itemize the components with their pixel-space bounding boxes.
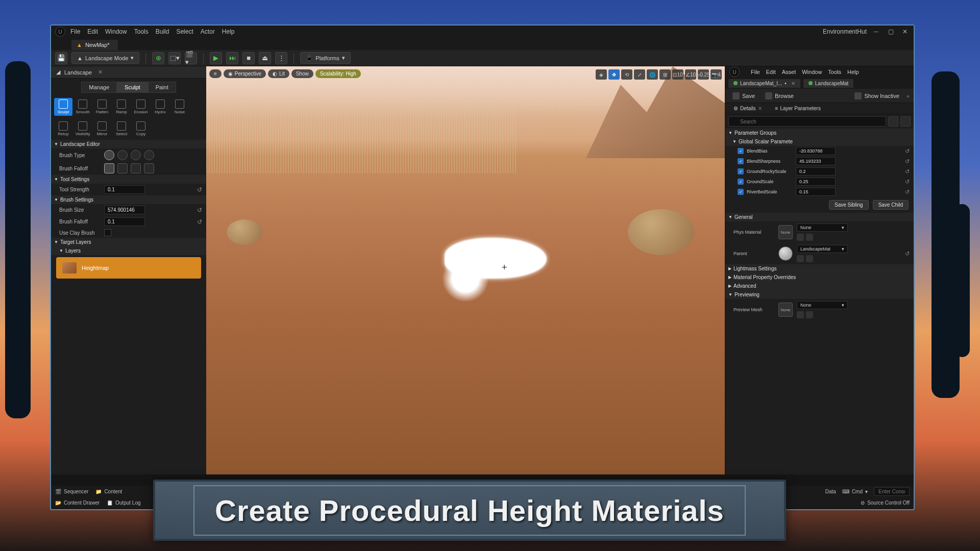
transform-rotate-icon[interactable]: ⟲ <box>621 69 632 80</box>
marketplace-icon[interactable]: ⬚▾ <box>168 52 181 64</box>
camera-speed[interactable]: 📷 4 <box>710 69 722 80</box>
reset-icon[interactable]: ↺ <box>905 148 910 155</box>
filter-icon[interactable] <box>888 116 898 127</box>
param-value-input[interactable] <box>796 188 836 196</box>
reset-icon[interactable]: ↺ <box>905 179 910 185</box>
reset-icon[interactable]: ↺ <box>905 158 910 165</box>
tool-ramp[interactable]: Ramp <box>112 98 131 116</box>
parent-dropdown[interactable]: LandscapeMat▾ <box>797 245 848 253</box>
play-icon[interactable]: ▶ <box>210 52 222 64</box>
mode-sculpt[interactable]: Sculpt <box>117 82 148 93</box>
section-brush-settings[interactable]: ▼Brush Settings <box>51 195 206 204</box>
viewport-scalability[interactable]: Scalability: High <box>315 69 361 78</box>
search-input[interactable] <box>728 116 886 127</box>
brush-pattern-icon[interactable] <box>131 150 141 160</box>
section-advanced[interactable]: ▶Advanced <box>725 282 914 290</box>
coord-space-icon[interactable]: 🌐 <box>647 69 658 80</box>
menu-tools[interactable]: Tools <box>134 28 149 35</box>
browse-to-icon[interactable] <box>806 255 813 262</box>
browse-button[interactable]: Browse <box>762 91 797 101</box>
content-drawer-button[interactable]: 📂 Content Drawer <box>55 500 100 506</box>
cinematics-icon[interactable]: 🎬▾ <box>185 52 197 64</box>
close-icon[interactable]: ✕ <box>758 106 762 111</box>
scale-snap[interactable]: ⟐ 0.25 <box>698 69 709 80</box>
tool-select[interactable]: Select <box>112 120 131 138</box>
menu-build[interactable]: Build <box>156 28 169 35</box>
reset-icon[interactable]: ↺ <box>197 186 202 193</box>
tool-erosion[interactable]: Erosion <box>132 98 150 116</box>
section-target-layers[interactable]: ▼Target Layers <box>51 238 206 246</box>
transform-select-icon[interactable]: ◈ <box>596 69 607 80</box>
subtab-details[interactable]: ⚙ Details✕ <box>728 104 767 113</box>
viewport-show[interactable]: Show <box>291 69 313 78</box>
step-icon[interactable]: ⏭ <box>226 52 238 64</box>
section-tool-settings[interactable]: ▼Tool Settings <box>51 175 206 184</box>
mode-paint[interactable]: Paint <box>148 82 176 93</box>
section-general[interactable]: ▼General <box>725 213 914 221</box>
save-child-button[interactable]: Save Child <box>873 200 909 210</box>
doc-tab-newmap[interactable]: ▲ NewMap* <box>71 40 118 50</box>
viewport-perspective[interactable]: ◉ Perspective <box>224 69 266 78</box>
rmenu-asset[interactable]: Asset <box>782 69 796 75</box>
minimize-icon[interactable]: ─ <box>874 28 881 35</box>
browse-to-icon[interactable] <box>806 311 813 318</box>
rmenu-tools[interactable]: Tools <box>828 69 841 75</box>
tool-retop[interactable]: Retop <box>54 120 72 138</box>
panel-close-icon[interactable]: ✕ <box>98 69 103 76</box>
transform-move-icon[interactable]: ✥ <box>608 69 620 80</box>
tool-mirror[interactable]: Mirror <box>93 120 111 138</box>
menu-window[interactable]: Window <box>105 28 127 35</box>
layer-heightmap[interactable]: Heightmap <box>56 257 201 279</box>
tool-sculpt[interactable]: Sculpt <box>54 98 72 116</box>
mode-selector[interactable]: ▲ Landscape Mode ▾ <box>71 52 139 64</box>
use-icon[interactable] <box>797 311 804 318</box>
browse-to-icon[interactable] <box>806 234 813 241</box>
param-value-input[interactable] <box>796 167 836 176</box>
use-icon[interactable] <box>797 255 804 262</box>
viewport[interactable]: + ≡ ◉ Perspective ◐ Lit Show Scalability… <box>206 66 725 474</box>
tool-visibility[interactable]: Visibility <box>74 120 92 138</box>
param-checkbox[interactable]: ✓ <box>738 168 744 174</box>
param-checkbox[interactable]: ✓ <box>738 179 744 185</box>
close-icon[interactable]: ✕ <box>902 28 910 35</box>
brush-component-icon[interactable] <box>144 150 154 160</box>
expand-icon[interactable]: » <box>906 93 910 99</box>
reset-icon[interactable]: ↺ <box>905 189 910 195</box>
maximize-icon[interactable]: ▢ <box>888 28 895 35</box>
viewport-lit[interactable]: ◐ Lit <box>268 69 289 78</box>
content-button[interactable]: 📁 Content <box>95 489 122 494</box>
menu-edit[interactable]: Edit <box>87 28 98 35</box>
reset-icon[interactable]: ↺ <box>197 218 202 226</box>
rmenu-file[interactable]: File <box>751 69 760 75</box>
viewport-menu-icon[interactable]: ≡ <box>209 69 222 78</box>
console-input[interactable] <box>874 487 910 496</box>
rmenu-edit[interactable]: Edit <box>766 69 776 75</box>
show-inactive-toggle[interactable]: Show Inactive <box>851 91 902 101</box>
save-button[interactable]: Save <box>729 91 758 101</box>
tool-flatten[interactable]: Flatten <box>93 98 111 116</box>
param-checkbox[interactable]: ✓ <box>738 189 744 195</box>
tab-landscapemat[interactable]: LandscapeMat <box>803 79 854 88</box>
save-sibling-button[interactable]: Save Sibling <box>829 200 869 210</box>
mode-manage[interactable]: Manage <box>81 82 117 93</box>
falloff-tip-icon[interactable] <box>144 163 154 173</box>
brush-falloff-input[interactable] <box>104 217 145 226</box>
param-value-input[interactable] <box>796 157 836 165</box>
reset-icon[interactable]: ↺ <box>905 168 910 175</box>
eject-icon[interactable]: ⏏ <box>259 52 271 64</box>
falloff-linear-icon[interactable] <box>117 163 128 173</box>
source-control-button[interactable]: ⊘ Source Control Off <box>861 500 910 506</box>
phys-mat-thumb[interactable]: None <box>778 225 793 239</box>
cmd-dropdown[interactable]: ⌨ Cmd ▾ <box>842 489 868 494</box>
param-value-input[interactable] <box>796 147 836 155</box>
param-checkbox[interactable]: ✓ <box>738 158 744 164</box>
falloff-sphere-icon[interactable] <box>131 163 141 173</box>
menu-select[interactable]: Select <box>176 28 193 35</box>
brush-alpha-icon[interactable] <box>117 150 128 160</box>
tool-copy[interactable]: Copy <box>132 120 150 138</box>
surface-snap-icon[interactable]: ⊞ <box>659 69 671 80</box>
transform-scale-icon[interactable]: ⤢ <box>634 69 645 80</box>
section-layers[interactable]: ▼Layers <box>51 246 206 255</box>
phys-mat-dropdown[interactable]: None▾ <box>797 223 848 232</box>
grid-snap[interactable]: ⊡ 10 <box>672 69 683 80</box>
